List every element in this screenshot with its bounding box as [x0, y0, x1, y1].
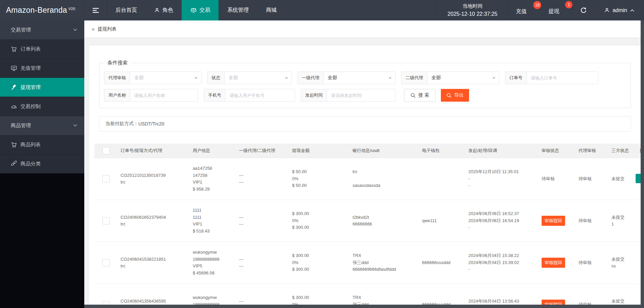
- content: 条件搜索 代理审核 全部 状态 全部: [84, 38, 644, 308]
- local-time: 当地时间 2025-12-10 22:37:25: [436, 0, 509, 20]
- caret-down-icon: [388, 77, 392, 79]
- sidebar-item-withdraw-management[interactable]: 提现管理: [0, 78, 84, 97]
- cell-times: 2024年06月06日 16:52:372024年06月06日 16:54:19…: [466, 210, 539, 231]
- filter-label: 发起时间: [301, 89, 327, 101]
- gauge-icon: [11, 103, 17, 110]
- agent-audit-select[interactable]: 全部: [130, 72, 201, 84]
- sidebar-group-trade-management[interactable]: 交易管理: [0, 20, 84, 40]
- app-logo: Amazon-Beranda V20: [0, 0, 84, 20]
- refresh-button[interactable]: [572, 0, 594, 20]
- status-badge: 审核驳回: [542, 216, 565, 226]
- sidebar-item-label: 订单列表: [20, 46, 41, 52]
- filter-label: 二级代理: [402, 72, 427, 84]
- cell-third-status: 未提交: [609, 175, 636, 183]
- phone-input[interactable]: [226, 93, 295, 98]
- sidebar-group-product-management[interactable]: 商品管理: [0, 116, 84, 135]
- filter-agent-audit: 代理审核 全部: [104, 71, 201, 84]
- column-header: 订单号/提现方式/代理: [118, 148, 190, 154]
- cell-agent-audit: 待审核: [576, 259, 609, 266]
- table-body: CO2512101135018739trcaa147258147258VIP1$…: [94, 158, 641, 308]
- cell-user-info: 11111111VIP1$ 518.43: [190, 207, 236, 235]
- row-checkbox[interactable]: [102, 175, 110, 183]
- nav-home[interactable]: 后台首页: [107, 0, 145, 20]
- nav-role-label: 角色: [163, 7, 173, 14]
- cell-wallet: qwe111: [419, 217, 466, 224]
- cell-checkbox: [94, 217, 118, 224]
- person-icon: [604, 7, 610, 13]
- chevron-down-icon: [73, 28, 78, 32]
- recharge-link[interactable]: 充值 18: [509, 0, 541, 20]
- filter-row-2: 用户名称 手机号 发起时间: [104, 89, 631, 102]
- withdraw-table: 订单号/提现方式/代理用户信息一级代理/二级代理提现金额银行信息/usdt电子钱…: [94, 144, 641, 308]
- horizontal-scrollbar[interactable]: [84, 305, 644, 308]
- sidebar-item-trade-control[interactable]: 交易控制: [0, 97, 84, 116]
- filter-order-no: 订单号: [505, 71, 598, 84]
- cell-order-no: CO2406061652379404trc: [118, 214, 190, 228]
- withdraw-link[interactable]: 提现 1: [541, 0, 572, 20]
- export-button-label: 导出: [454, 92, 464, 98]
- nav-mall[interactable]: 商城: [257, 0, 285, 20]
- filter-agent1: 一级代理 全部: [297, 71, 396, 84]
- username-input[interactable]: [130, 93, 198, 98]
- payment-method-value: USDT/Trc20: [138, 121, 164, 126]
- column-header: 审核状态: [539, 148, 576, 154]
- order-no-input[interactable]: [527, 75, 598, 81]
- admin-username: admin: [612, 7, 627, 13]
- sidebar-item-product-category[interactable]: 商品分类: [0, 154, 84, 173]
- recharge-badge: 18: [533, 1, 541, 9]
- withdraw-label: 提现: [548, 8, 559, 15]
- caret-down-icon: [285, 77, 288, 79]
- sidebar-item-order-list[interactable]: 订单列表: [0, 40, 84, 59]
- sidebar-item-product-list[interactable]: 商品列表: [0, 135, 84, 154]
- start-time-input[interactable]: [327, 93, 395, 98]
- search-icon: [410, 93, 416, 98]
- sidebar-group-label: 交易管理: [11, 27, 31, 33]
- agent1-select[interactable]: 全部: [324, 72, 395, 84]
- board-chart-icon: [11, 65, 17, 71]
- nav-system[interactable]: 系统管理: [219, 0, 257, 20]
- nav-system-label: 系统管理: [227, 7, 249, 14]
- cell-bank-info: TRX张三ddd6666669666dfasdfddd: [350, 252, 419, 273]
- column-header: 电子钱包: [419, 148, 466, 154]
- recharge-label: 充值: [516, 8, 526, 15]
- filter-username: 用户名称: [104, 89, 198, 102]
- export-button[interactable]: 导出: [441, 89, 469, 102]
- topbar-right: 当地时间 2025-12-10 22:37:25 充值 18 提现 1: [436, 0, 644, 20]
- vertical-scrollbar[interactable]: [641, 20, 644, 308]
- nav-role[interactable]: 角色: [145, 0, 182, 20]
- cell-agents: ------: [236, 214, 289, 228]
- nav-mall-label: 商城: [266, 7, 277, 14]
- select-all-checkbox[interactable]: [102, 147, 110, 154]
- main-area: » 提现列表 条件搜索 代理审核 全部: [84, 20, 644, 308]
- filter-phone: 手机号: [204, 89, 295, 102]
- agent2-select[interactable]: 全部: [427, 72, 499, 84]
- nav-trade[interactable]: 交易: [182, 0, 219, 20]
- column-header: 一级代理/二级代理: [236, 148, 289, 154]
- audit-action-button[interactable]: [636, 174, 641, 183]
- search-legend: 条件搜索: [104, 60, 131, 66]
- sidebar-item-label: 提现管理: [20, 84, 41, 91]
- caret-down-icon: [492, 77, 496, 79]
- link-icon: [11, 161, 17, 167]
- cell-order-no: CO2406041538221851trc: [118, 256, 190, 270]
- status-select[interactable]: 全部: [225, 72, 291, 84]
- admin-app: Amazon-Beranda V20 后台首页 角色: [0, 0, 644, 308]
- cell-agents: ------: [236, 172, 289, 186]
- row-checkbox[interactable]: [102, 259, 110, 266]
- sidebar-item-recharge-management[interactable]: 充值管理: [0, 59, 84, 78]
- topbar-nav: 后台首页 角色 交易 系统管理: [107, 0, 285, 20]
- sidebar-group-label: 商品管理: [11, 122, 31, 129]
- search-button[interactable]: 搜 索: [404, 89, 435, 102]
- sidebar: 交易管理 订单列表 充值管理: [0, 20, 84, 308]
- admin-menu[interactable]: admin: [594, 0, 644, 20]
- row-checkbox[interactable]: [102, 217, 110, 224]
- select-value: 全部: [328, 75, 337, 81]
- caret-down-icon: [194, 77, 198, 79]
- table-row: CO2512101135018739trcaa147258147258VIP1$…: [94, 158, 641, 200]
- select-value: 全部: [134, 75, 144, 81]
- sidebar-toggle-button[interactable]: [84, 0, 107, 20]
- local-time-label: 当地时间: [462, 2, 482, 10]
- column-header: 发起/处理/回调: [466, 148, 539, 154]
- cell-audit-status: 审核驳回: [539, 258, 576, 268]
- column-header: 用户信息: [190, 148, 236, 154]
